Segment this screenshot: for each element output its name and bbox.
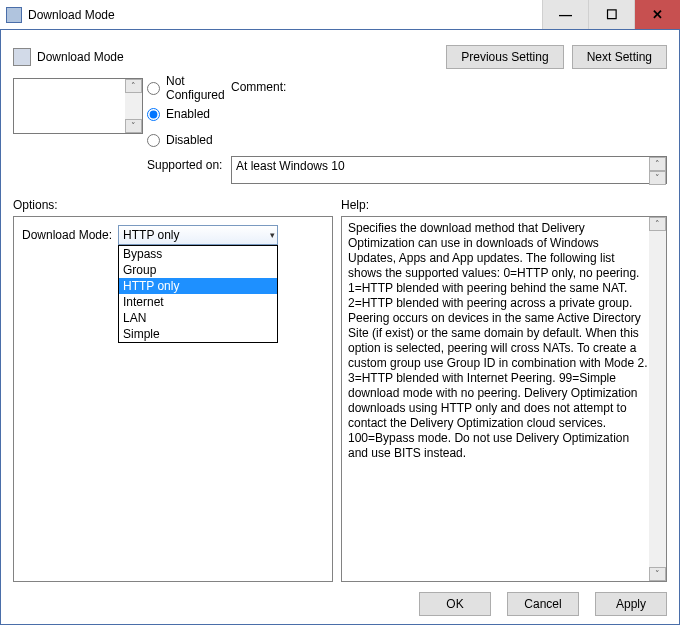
window-buttons: — ☐ ✕ <box>542 0 680 29</box>
title-bar: Download Mode — ☐ ✕ <box>0 0 680 30</box>
radio-not-configured[interactable]: Not Configured <box>147 78 227 98</box>
section-labels: Options: Help: <box>13 198 667 212</box>
download-mode-dropdown[interactable]: Bypass Group HTTP only Internet LAN Simp… <box>118 245 278 343</box>
options-label: Options: <box>13 198 341 212</box>
dropdown-item-simple[interactable]: Simple <box>119 326 277 342</box>
radio-enabled-input[interactable] <box>147 108 160 121</box>
help-scrollbar[interactable]: ˄ ˅ <box>649 217 666 581</box>
dropdown-item-internet[interactable]: Internet <box>119 294 277 310</box>
help-pane: Specifies the download method that Deliv… <box>341 216 667 582</box>
comment-value[interactable] <box>14 79 125 133</box>
radio-disabled-label: Disabled <box>166 133 213 147</box>
policy-title: Download Mode <box>37 50 438 64</box>
minimize-button[interactable]: — <box>542 0 588 29</box>
comment-label: Comment: <box>231 78 667 94</box>
scroll-down-icon[interactable]: ˅ <box>125 119 142 133</box>
download-mode-label: Download Mode: <box>22 228 112 242</box>
chevron-down-icon: ▾ <box>270 230 275 240</box>
options-pane: Download Mode: HTTP only ▾ Bypass Group … <box>13 216 333 582</box>
header-row: Download Mode Previous Setting Next Sett… <box>13 40 667 74</box>
dropdown-item-lan[interactable]: LAN <box>119 310 277 326</box>
scroll-up-icon[interactable]: ˄ <box>649 157 666 171</box>
supported-on-value: At least Windows 10 <box>232 157 649 183</box>
supported-on-label: Supported on: <box>147 156 227 172</box>
help-label: Help: <box>341 198 369 212</box>
previous-setting-button[interactable]: Previous Setting <box>446 45 563 69</box>
radio-disabled-input[interactable] <box>147 134 160 147</box>
dropdown-item-bypass[interactable]: Bypass <box>119 246 277 262</box>
help-text: Specifies the download method that Deliv… <box>342 217 666 581</box>
footer-buttons: OK Cancel Apply <box>13 582 667 616</box>
supported-scrollbar[interactable]: ˄ ˅ <box>649 157 666 183</box>
next-setting-button[interactable]: Next Setting <box>572 45 667 69</box>
download-mode-selected: HTTP only <box>123 228 179 242</box>
radio-disabled[interactable]: Disabled <box>147 130 227 150</box>
ok-button[interactable]: OK <box>419 592 491 616</box>
scroll-up-icon[interactable]: ˄ <box>125 79 142 93</box>
scroll-down-icon[interactable]: ˅ <box>649 171 666 185</box>
download-mode-row: Download Mode: HTTP only ▾ <box>22 225 324 245</box>
dropdown-item-group[interactable]: Group <box>119 262 277 278</box>
radio-not-configured-input[interactable] <box>147 82 160 95</box>
app-icon <box>6 7 22 23</box>
scroll-up-icon[interactable]: ˄ <box>649 217 666 231</box>
comment-scrollbar[interactable]: ˄ ˅ <box>125 79 142 133</box>
radio-not-configured-label: Not Configured <box>166 74 227 102</box>
close-button[interactable]: ✕ <box>634 0 680 29</box>
supported-on-field: At least Windows 10 ˄ ˅ <box>231 156 667 184</box>
panes: Download Mode: HTTP only ▾ Bypass Group … <box>13 216 667 582</box>
state-grid: Not Configured Comment: ˄ ˅ Enabled Disa… <box>13 78 667 184</box>
scroll-down-icon[interactable]: ˅ <box>649 567 666 581</box>
policy-icon <box>13 48 31 66</box>
window-title: Download Mode <box>28 8 542 22</box>
radio-enabled-label: Enabled <box>166 107 210 121</box>
cancel-button[interactable]: Cancel <box>507 592 579 616</box>
dropdown-item-http-only[interactable]: HTTP only <box>119 278 277 294</box>
maximize-button[interactable]: ☐ <box>588 0 634 29</box>
client-area: Download Mode Previous Setting Next Sett… <box>0 30 680 625</box>
download-mode-combo[interactable]: HTTP only ▾ <box>118 225 278 245</box>
radio-enabled[interactable]: Enabled <box>147 104 227 124</box>
comment-field[interactable]: ˄ ˅ <box>13 78 143 134</box>
apply-button[interactable]: Apply <box>595 592 667 616</box>
